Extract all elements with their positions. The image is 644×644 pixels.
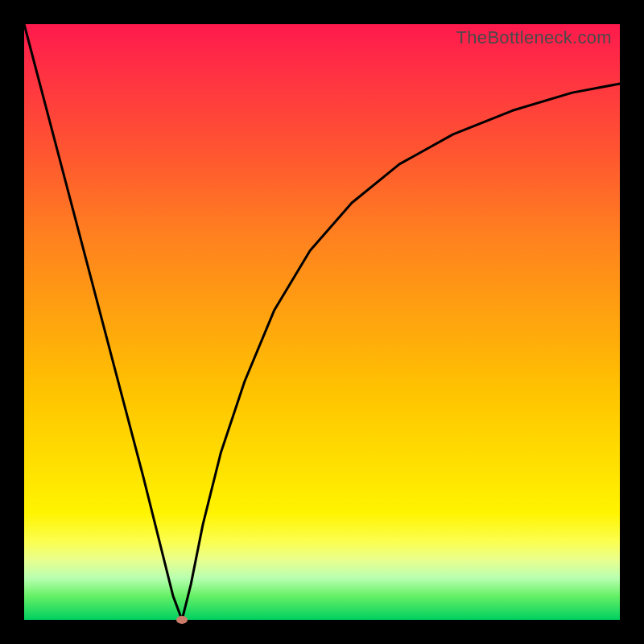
bottleneck-curve xyxy=(24,24,620,620)
minimum-marker xyxy=(176,616,188,624)
plot-area: TheBottleneck.com xyxy=(24,24,620,620)
curve-path xyxy=(24,24,620,620)
chart-frame: TheBottleneck.com xyxy=(0,0,644,644)
